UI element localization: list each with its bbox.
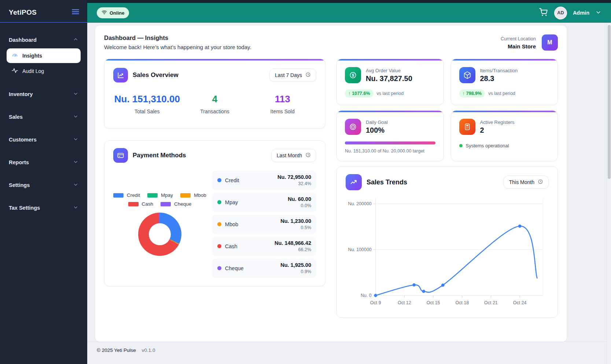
- payment-method-list: Credit Nu. 72,950.0032.4% Mpay Nu. 60.00…: [212, 171, 316, 278]
- legend-item: Cash: [128, 201, 154, 207]
- delta-badge: ↑798.9%: [459, 89, 485, 98]
- sales-trends-card: Sales Trends This Month Nu. 0Nu. 100000N…: [336, 166, 558, 318]
- content-area: Dashboard — Insights Welcome back! Here’…: [87, 23, 611, 342]
- kpi-label: Items/Transaction: [480, 68, 518, 73]
- kpi-label: Avg Order Value: [366, 68, 412, 73]
- dashboard-panel: Dashboard — Insights Welcome back! Here’…: [95, 26, 567, 342]
- app-window: YetiPOS Dashboard Insights Audit Log Inv…: [0, 0, 611, 364]
- location-label: Current Location: [501, 36, 536, 41]
- sidebar-item-tax-settings[interactable]: Tax Settings: [6, 201, 81, 215]
- scrollbar-track[interactable]: [607, 23, 611, 364]
- sidebar-item-settings[interactable]: Settings: [6, 178, 81, 192]
- dollar-icon: $: [345, 67, 361, 83]
- legend-swatch: [128, 202, 139, 206]
- kpi-active-registers-card: Active Registers 2 Systems operational: [451, 110, 558, 161]
- donut-legend: Credit Mpay Mbob Cash Cheque: [113, 192, 206, 207]
- sidebar-item-sales[interactable]: Sales: [6, 110, 81, 124]
- hamburger-menu-icon[interactable]: [71, 7, 80, 18]
- stat-label: Total Sales: [113, 109, 181, 114]
- location-value: Main Store: [501, 43, 536, 49]
- chevron-down-icon: [73, 159, 78, 166]
- list-item-credit: Credit Nu. 72,950.0032.4%: [212, 171, 316, 190]
- kpi-daily-goal-card: Daily Goal 100% Nu. 151,310.00 of Nu. 20…: [336, 110, 444, 161]
- history-clock-icon: [305, 152, 311, 159]
- footer: © 2025 Yeti Pulse v0.1.0: [87, 342, 611, 364]
- kpi-label: Active Registers: [480, 120, 515, 125]
- svg-text:Nu. 100000: Nu. 100000: [348, 247, 371, 252]
- stat-items-sold: 113 Items Sold: [249, 93, 316, 114]
- svg-text:$: $: [352, 73, 354, 77]
- payment-methods-card: Payment Methods Last Month: [104, 140, 325, 286]
- online-label: Online: [110, 10, 124, 16]
- kpi-value: 100%: [366, 126, 388, 135]
- version-text: v0.1.0: [142, 348, 155, 353]
- delta-note: vs last period: [488, 91, 515, 96]
- kpi-label: Daily Goal: [366, 120, 388, 125]
- sidebar-item-insights[interactable]: Insights: [7, 48, 81, 63]
- kpi-value: Nu. 37,827.50: [366, 74, 412, 83]
- delta-note: vs last period: [377, 91, 404, 96]
- sidebar-item-dashboard[interactable]: Dashboard: [6, 33, 81, 47]
- kpi-avg-order-value-card: $ Avg Order Value Nu. 37,827.50 ↑1077.6%: [336, 59, 444, 105]
- arrow-up-icon: ↑: [463, 91, 465, 96]
- svg-text:Oct 18: Oct 18: [455, 300, 469, 305]
- sales-overview-range-button[interactable]: Last 7 Days: [269, 69, 316, 82]
- chart-line-icon: [113, 68, 128, 82]
- kpi-value: 28.3: [480, 74, 518, 83]
- chevron-down-icon: [73, 114, 78, 120]
- sidebar-nav: Dashboard Insights Audit Log Inventory S…: [0, 23, 87, 234]
- svg-text:Nu. 200000: Nu. 200000: [348, 201, 371, 206]
- color-dot: [217, 178, 221, 182]
- svg-text:Nu. 0: Nu. 0: [361, 293, 372, 298]
- brand-row: YetiPOS: [0, 0, 87, 23]
- sales-overview-card: Sales Overview Last 7 Days Nu: [104, 59, 325, 129]
- sidebar-item-inventory[interactable]: Inventory: [6, 87, 81, 101]
- target-icon: [345, 119, 361, 135]
- payment-methods-range-button[interactable]: Last Month: [271, 149, 316, 162]
- window-top-strip: [87, 0, 611, 3]
- card-title: Sales Trends: [367, 179, 407, 186]
- page-subtitle: Welcome back! Here’s what’s happening at…: [104, 44, 251, 50]
- legend-item: Mbob: [180, 192, 206, 198]
- sidebar-item-customers[interactable]: Customers: [6, 133, 81, 147]
- sidebar-item-audit-log[interactable]: Audit Log: [7, 64, 81, 78]
- stat-value: 4: [181, 93, 249, 105]
- history-clock-icon: [538, 179, 543, 185]
- sales-trends-range-button[interactable]: This Month: [504, 176, 549, 189]
- brand-logo: YetiPOS: [9, 8, 37, 16]
- color-dot: [217, 222, 221, 226]
- package-box-icon: [459, 67, 475, 83]
- legend-item: Mpay: [147, 192, 173, 198]
- chevron-down-icon: [73, 136, 78, 143]
- list-item-cheque: Cheque Nu. 1,925.000.9%: [212, 259, 316, 278]
- cart-icon[interactable]: [539, 7, 548, 18]
- store-avatar[interactable]: M: [542, 34, 558, 51]
- avatar[interactable]: AD: [554, 7, 567, 19]
- legend-swatch: [180, 193, 191, 198]
- stat-value: 113: [249, 93, 316, 105]
- sidebar-item-reports[interactable]: Reports: [6, 155, 81, 169]
- delta-badge: ↑1077.6%: [345, 89, 373, 98]
- sidebar-item-label: Inventory: [9, 91, 33, 97]
- history-clock-icon: [305, 72, 311, 78]
- svg-text:Oct 21: Oct 21: [484, 300, 498, 305]
- wifi-icon: [102, 10, 107, 16]
- sidebar: YetiPOS Dashboard Insights Audit Log Inv…: [0, 0, 87, 364]
- chevron-down-icon: [73, 205, 78, 211]
- sidebar-item-label: Reports: [9, 159, 29, 165]
- sidebar-item-label: Insights: [22, 53, 42, 59]
- sidebar-item-label: Tax Settings: [9, 205, 40, 211]
- sidebar-item-label: Sales: [9, 114, 23, 120]
- arrow-up-icon: ↑: [348, 91, 350, 96]
- range-label: This Month: [509, 179, 534, 185]
- stat-value: Nu. 151,310.00: [113, 93, 181, 105]
- chevron-down-icon: [73, 91, 78, 98]
- sidebar-item-label: Customers: [9, 137, 37, 143]
- scrollbar-thumb[interactable]: [608, 25, 611, 179]
- legend-item: Credit: [113, 192, 140, 198]
- user-name: Admin: [573, 10, 589, 16]
- list-item-mbob: Mbob Nu. 1,230.000.5%: [212, 215, 316, 234]
- stat-label: Transactions: [181, 109, 249, 114]
- chevron-down-icon[interactable]: [595, 9, 601, 17]
- online-status-badge: Online: [97, 7, 129, 18]
